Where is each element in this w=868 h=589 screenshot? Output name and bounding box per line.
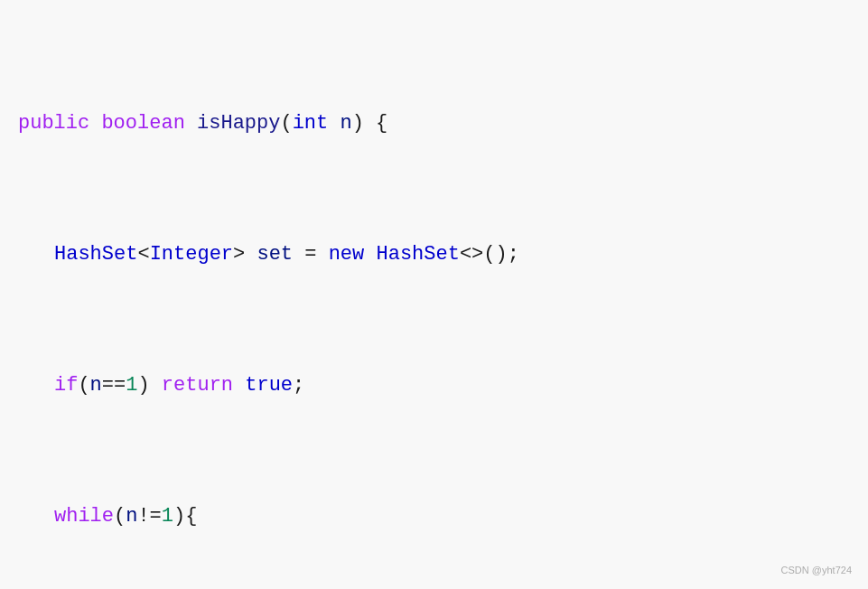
- code-editor: public boolean isHappy(int n) { HashSet<…: [0, 0, 868, 589]
- line-1: public boolean isHappy(int n) {: [18, 108, 850, 140]
- keyword-public: public: [18, 112, 89, 135]
- keyword-if: if: [54, 374, 78, 397]
- line-4: while(n!=1){: [18, 500, 850, 533]
- watermark: CSDN @yht724: [781, 562, 852, 578]
- keyword-boolean: boolean: [101, 112, 184, 135]
- function-name: isHappy: [197, 112, 280, 135]
- code-content: public boolean isHappy(int n) { HashSet<…: [18, 9, 850, 589]
- line-3: if(n==1) return true;: [18, 369, 850, 402]
- type-int: int: [293, 112, 329, 135]
- keyword-while1: while: [54, 505, 114, 528]
- line-2: HashSet<Integer> set = new HashSet<>();: [18, 238, 850, 271]
